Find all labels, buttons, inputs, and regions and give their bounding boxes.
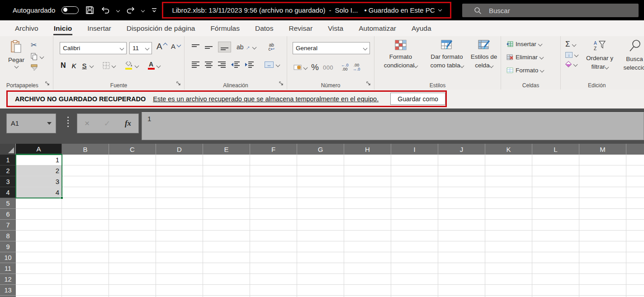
cell-M3[interactable] bbox=[579, 176, 626, 187]
cell-D13[interactable] bbox=[156, 285, 203, 296]
cell-L4[interactable] bbox=[532, 187, 579, 198]
underline-dropdown-icon[interactable] bbox=[89, 63, 94, 68]
cell-partial-5[interactable] bbox=[626, 198, 644, 209]
column-header-J[interactable]: J bbox=[438, 144, 485, 155]
save-icon[interactable] bbox=[85, 5, 95, 15]
column-header-A[interactable]: A bbox=[16, 144, 62, 155]
insert-dropdown-icon[interactable] bbox=[538, 42, 542, 47]
cell-partial-4[interactable] bbox=[626, 187, 644, 198]
conditional-formatting-button[interactable]: Formato condicional bbox=[378, 40, 423, 70]
cell-J8[interactable] bbox=[438, 231, 485, 241]
save-as-button[interactable]: Guardar como bbox=[390, 93, 445, 105]
cell-B1[interactable] bbox=[62, 155, 109, 165]
cell-G4[interactable] bbox=[297, 187, 344, 198]
row-header-5[interactable]: 5 bbox=[0, 198, 16, 209]
cell-B7[interactable] bbox=[62, 220, 109, 231]
find-select-button[interactable]: Busca seleccio bbox=[619, 40, 644, 72]
borders-dropdown-icon[interactable] bbox=[111, 63, 116, 68]
cell-B6[interactable] bbox=[62, 209, 109, 220]
cell-B13[interactable] bbox=[62, 285, 109, 296]
cell-M2[interactable] bbox=[579, 165, 626, 176]
cell-G7[interactable] bbox=[297, 220, 344, 231]
cell-B12[interactable] bbox=[62, 274, 109, 285]
cell-E5[interactable] bbox=[203, 198, 250, 209]
cell-partial-12[interactable] bbox=[626, 274, 644, 285]
bold-button[interactable]: N bbox=[61, 61, 66, 70]
cell-D3[interactable] bbox=[156, 176, 203, 187]
cell-C6[interactable] bbox=[109, 209, 156, 220]
cell-B3[interactable] bbox=[62, 176, 109, 187]
cancel-icon[interactable]: × bbox=[85, 118, 90, 128]
format-painter-icon[interactable] bbox=[31, 64, 38, 73]
tab-ayuda[interactable]: Ayuda bbox=[404, 20, 439, 36]
cell-H10[interactable] bbox=[344, 252, 391, 263]
cell-G13[interactable] bbox=[297, 285, 344, 296]
cell-M10[interactable] bbox=[579, 252, 626, 263]
column-header-M[interactable]: M bbox=[579, 144, 626, 155]
accounting-format-icon[interactable] bbox=[294, 64, 302, 71]
cell-C12[interactable] bbox=[109, 274, 156, 285]
cell-K8[interactable] bbox=[485, 231, 532, 241]
cell-F11[interactable] bbox=[250, 263, 297, 274]
cell-H9[interactable] bbox=[344, 241, 391, 252]
copy-dropdown-icon[interactable] bbox=[40, 55, 44, 59]
cell-I5[interactable] bbox=[391, 198, 438, 209]
cell-K4[interactable] bbox=[485, 187, 532, 198]
column-header-H[interactable]: H bbox=[344, 144, 391, 155]
cell-partial-8[interactable] bbox=[626, 231, 644, 241]
cell-I12[interactable] bbox=[391, 274, 438, 285]
cell-H7[interactable] bbox=[344, 220, 391, 231]
redo-button[interactable] bbox=[126, 6, 135, 14]
cell-K11[interactable] bbox=[485, 263, 532, 274]
cell-partial-11[interactable] bbox=[626, 263, 644, 274]
cell-partial-1[interactable] bbox=[626, 155, 644, 165]
tab-datos[interactable]: Datos bbox=[247, 20, 281, 36]
fill-color-button[interactable] bbox=[125, 61, 133, 70]
cell-M6[interactable] bbox=[579, 209, 626, 220]
row-header-13[interactable]: 13 bbox=[0, 285, 16, 296]
clear-dropdown-icon[interactable] bbox=[573, 62, 578, 66]
paste-button[interactable]: Pegar bbox=[5, 40, 28, 68]
cell-G10[interactable] bbox=[297, 252, 344, 263]
cell-F5[interactable] bbox=[250, 198, 297, 209]
column-header-F[interactable]: F bbox=[250, 144, 297, 155]
cell-J11[interactable] bbox=[438, 263, 485, 274]
tab-automatizar[interactable]: Automatizar bbox=[351, 20, 404, 36]
cell-L6[interactable] bbox=[532, 209, 579, 220]
number-dialog-launcher-icon[interactable] bbox=[366, 80, 371, 88]
cell-L9[interactable] bbox=[532, 241, 579, 252]
tab-inicio[interactable]: Inicio bbox=[46, 20, 80, 36]
cell-L3[interactable] bbox=[532, 176, 579, 187]
cell-I1[interactable] bbox=[391, 155, 438, 165]
delete-dropdown-icon[interactable] bbox=[539, 55, 544, 60]
column-header-B[interactable]: B bbox=[62, 144, 109, 155]
cell-H1[interactable] bbox=[344, 155, 391, 165]
cell-K1[interactable] bbox=[485, 155, 532, 165]
cell-partial-3[interactable] bbox=[626, 176, 644, 187]
cell-E2[interactable] bbox=[203, 165, 250, 176]
cell-H2[interactable] bbox=[344, 165, 391, 176]
cell-A5[interactable] bbox=[16, 198, 62, 209]
row-header-3[interactable]: 3 bbox=[0, 176, 16, 187]
cell-partial-2[interactable] bbox=[626, 165, 644, 176]
cell-K3[interactable] bbox=[485, 176, 532, 187]
cell-K7[interactable] bbox=[485, 220, 532, 231]
cell-F13[interactable] bbox=[250, 285, 297, 296]
row-header-10[interactable]: 10 bbox=[0, 252, 16, 263]
redo-dropdown-icon[interactable] bbox=[141, 8, 145, 12]
cell-F10[interactable] bbox=[250, 252, 297, 263]
cell-F7[interactable] bbox=[250, 220, 297, 231]
cell-M13[interactable] bbox=[579, 285, 626, 296]
cell-H4[interactable] bbox=[344, 187, 391, 198]
column-header-C[interactable]: C bbox=[109, 144, 156, 155]
cell-H12[interactable] bbox=[344, 274, 391, 285]
font-dialog-launcher-icon[interactable] bbox=[176, 80, 181, 88]
cell-J9[interactable] bbox=[438, 241, 485, 252]
undo-button[interactable] bbox=[101, 6, 110, 14]
merge-center-icon[interactable]: ↔ bbox=[265, 61, 274, 68]
cell-K6[interactable] bbox=[485, 209, 532, 220]
tab-revisar[interactable]: Revisar bbox=[281, 20, 321, 36]
alignment-dialog-launcher-icon[interactable] bbox=[279, 80, 284, 88]
cell-I11[interactable] bbox=[391, 263, 438, 274]
enter-icon[interactable]: ✓ bbox=[104, 119, 110, 128]
